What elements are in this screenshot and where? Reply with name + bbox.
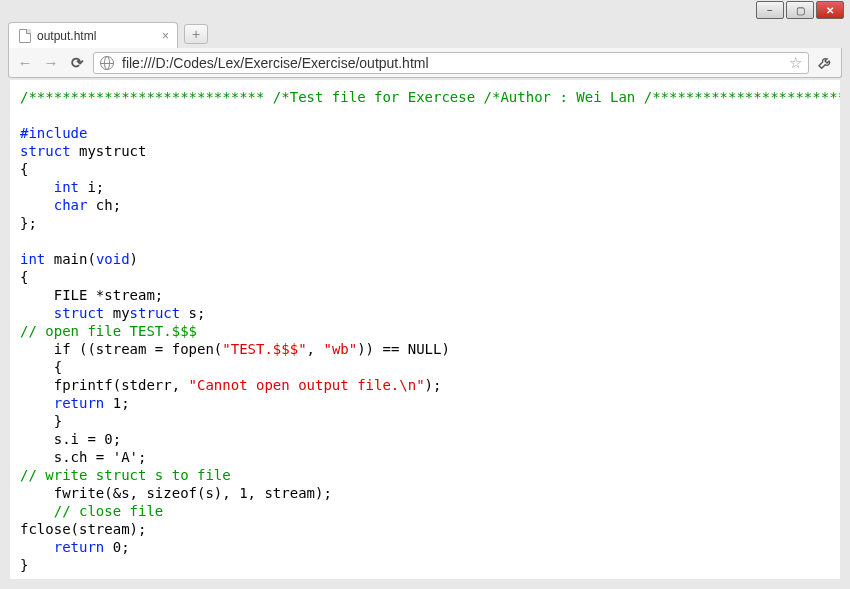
window-controls: − ▢ ✕ — [756, 0, 850, 20]
brace: } — [20, 557, 28, 573]
field-ch: ch; — [87, 197, 121, 213]
kw-struct: struct — [54, 305, 105, 321]
kw-int: int — [54, 179, 79, 195]
string-literal: "TEST.$$$" — [222, 341, 306, 357]
globe-icon — [100, 56, 114, 70]
struct-type: my — [104, 305, 129, 321]
reload-button[interactable]: ⟳ — [67, 53, 87, 73]
forward-button[interactable]: → — [41, 53, 61, 73]
source-code: /**************************** /*Test fil… — [20, 88, 830, 574]
brace: { — [20, 161, 28, 177]
tab-close-icon[interactable]: × — [162, 30, 169, 42]
stmt-sch: s.ch = 'A'; — [20, 449, 146, 465]
comment-write: // write struct s to file — [20, 467, 231, 483]
kw-char: char — [54, 197, 88, 213]
kw-struct: struct — [20, 143, 71, 159]
bookmark-star-icon[interactable]: ☆ — [789, 54, 802, 72]
brace: }; — [20, 215, 37, 231]
close-button[interactable]: ✕ — [816, 1, 844, 19]
toolbar: ← → ⟳ ☆ — [8, 48, 842, 78]
tab-title: output.html — [37, 29, 96, 43]
field-i: i; — [79, 179, 104, 195]
page-icon — [19, 29, 31, 43]
header-comment: /**************************** /*Test fil… — [20, 89, 840, 105]
brace: { — [20, 269, 28, 285]
comment-close: // close file — [20, 503, 163, 519]
file-decl: FILE *stream; — [54, 287, 164, 303]
stmt-si: s.i = 0; — [20, 431, 121, 447]
string-literal: "wb" — [323, 341, 357, 357]
kw-return: return — [54, 395, 105, 411]
tab-output-html[interactable]: output.html × — [8, 22, 178, 48]
maximize-button[interactable]: ▢ — [786, 1, 814, 19]
stmt-fwrite: fwrite(&s, sizeof(s), 1, stream); — [20, 485, 332, 501]
comment-open-file: // open file TEST.$$$ — [20, 323, 197, 339]
url-input[interactable] — [120, 54, 783, 72]
string-literal: "Cannot open output file.\n" — [189, 377, 425, 393]
address-bar[interactable]: ☆ — [93, 52, 809, 74]
kw-void: void — [96, 251, 130, 267]
new-tab-button[interactable]: + — [184, 24, 208, 44]
page-content: /**************************** /*Test fil… — [10, 80, 840, 579]
struct-name: mystruct — [71, 143, 147, 159]
stmt-fclose: fclose(stream); — [20, 521, 146, 537]
wrench-menu-icon[interactable] — [815, 53, 835, 73]
back-button[interactable]: ← — [15, 53, 35, 73]
minimize-button[interactable]: − — [756, 1, 784, 19]
kw-struct-inline: struct — [130, 305, 181, 321]
tab-strip: output.html × + — [8, 20, 842, 48]
kw-return: return — [54, 539, 105, 555]
brace: } — [20, 413, 62, 429]
include-directive: #include — [20, 125, 87, 141]
brace: { — [20, 359, 62, 375]
kw-int: int — [20, 251, 45, 267]
